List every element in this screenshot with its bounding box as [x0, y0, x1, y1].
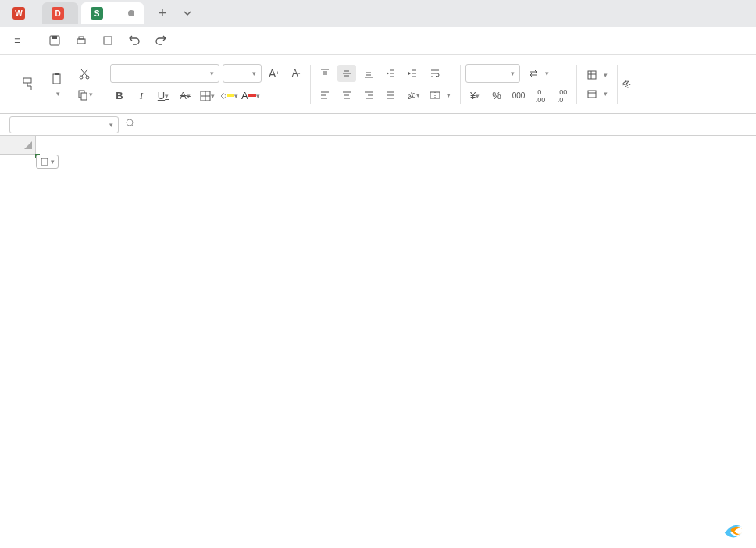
ribbon-divider	[576, 65, 577, 104]
format-painter-icon	[20, 76, 36, 91]
align-center-button[interactable]	[337, 87, 356, 104]
comma-button[interactable]: 000	[509, 87, 528, 105]
undo-button[interactable]	[127, 33, 142, 48]
svg-line-51	[132, 125, 134, 127]
paste-button[interactable]: ▾	[45, 68, 70, 101]
outdent-icon	[385, 68, 396, 79]
chevron-down-icon: ▾	[511, 69, 515, 77]
font-family-select[interactable]: ▾	[110, 64, 219, 83]
svg-rect-48	[588, 91, 596, 98]
convert-button[interactable]: ▾	[523, 66, 554, 80]
align-bottom-button[interactable]	[359, 65, 378, 82]
row-column-button[interactable]: ▾	[582, 68, 612, 82]
svg-rect-11	[81, 93, 87, 100]
app-tab-wps[interactable]: W	[3, 2, 39, 24]
undo-icon	[128, 34, 141, 47]
paste-label: ▾	[56, 88, 60, 98]
svg-point-9	[86, 76, 89, 79]
increase-indent-button[interactable]	[403, 65, 422, 82]
save-button[interactable]	[47, 33, 62, 48]
svg-point-50	[127, 119, 133, 126]
svg-rect-7	[55, 73, 59, 75]
cancel-formula-button[interactable]	[125, 118, 136, 132]
cut-button[interactable]	[75, 66, 94, 83]
italic-button[interactable]: I	[132, 87, 151, 105]
justify-button[interactable]	[381, 87, 400, 104]
align-right-button[interactable]	[359, 87, 378, 104]
number-format-select[interactable]: ▾	[465, 64, 520, 83]
bold-button[interactable]: B	[110, 87, 129, 105]
chevron-down-icon: ▾	[210, 69, 214, 77]
format-painter-button[interactable]	[16, 73, 41, 96]
svg-rect-52	[41, 158, 48, 165]
row-col-icon	[587, 69, 597, 80]
align-top-button[interactable]	[316, 65, 334, 82]
worksheet-icon	[587, 88, 597, 99]
worksheet-button[interactable]: ▾	[582, 87, 612, 101]
formula-input[interactable]	[148, 116, 747, 133]
app-tab-template[interactable]: D	[42, 2, 78, 24]
copy-button[interactable]: ▾	[75, 86, 94, 103]
svg-rect-2	[77, 39, 85, 44]
strikethrough-button[interactable]: A ▾	[176, 87, 194, 105]
tab-list-button[interactable]	[178, 4, 197, 23]
orientation-icon: ab	[405, 90, 416, 101]
redo-button[interactable]	[153, 33, 169, 48]
align-left-button[interactable]	[316, 87, 334, 104]
quick-access-toolbar: ≡	[9, 33, 169, 48]
print-button[interactable]	[73, 33, 89, 48]
clipboard-group: ▾ ▾	[9, 59, 100, 109]
align-center-icon	[341, 90, 352, 101]
wrap-icon	[430, 68, 440, 79]
align-middle-button[interactable]	[337, 65, 356, 82]
border-icon	[200, 91, 211, 101]
chevron-down-icon: ▾	[252, 69, 256, 77]
wrap-text-button[interactable]	[425, 66, 448, 80]
currency-button[interactable]: ¥ ▾	[465, 87, 484, 105]
align-top-icon	[319, 68, 330, 79]
align-left-icon	[319, 90, 330, 101]
search-icon	[125, 118, 136, 129]
chevron-down-icon	[183, 9, 192, 18]
select-all-corner[interactable]	[0, 136, 36, 155]
decrease-font-button[interactable]: A-	[287, 65, 305, 82]
bucket-icon	[219, 91, 227, 101]
ribbon-toolbar: ▾ ▾ ▾ ▾ A+ A- B I U ▾ A ▾ ▾ ▾ A▾	[0, 55, 756, 114]
svg-rect-6	[53, 74, 60, 84]
svg-point-8	[80, 76, 83, 79]
window-tab-bar: W D S +	[0, 0, 756, 27]
print-preview-button[interactable]	[100, 33, 116, 48]
merge-cells-button[interactable]: ▾	[425, 88, 455, 102]
menu-bar: ≡	[0, 27, 756, 55]
increase-font-button[interactable]: A+	[265, 65, 284, 82]
ribbon-more-label[interactable]: 冬	[622, 78, 631, 90]
convert-icon	[528, 68, 539, 79]
ribbon-divider	[105, 65, 105, 104]
font-size-select[interactable]: ▾	[223, 64, 262, 83]
orientation-button[interactable]: ab▾	[403, 87, 422, 104]
svg-rect-45	[588, 71, 596, 79]
scissors-icon	[78, 68, 91, 80]
app-tab-document[interactable]: S	[81, 2, 144, 24]
fill-color-button[interactable]: ▾	[219, 87, 238, 105]
font-color-button[interactable]: A▾	[241, 87, 260, 105]
decrease-indent-button[interactable]	[381, 65, 400, 82]
menu-button[interactable]: ≡	[9, 33, 25, 48]
decrease-decimal-button[interactable]: .00.0	[553, 87, 572, 105]
ribbon-divider	[310, 65, 311, 104]
justify-icon	[385, 90, 396, 101]
paste-options-button[interactable]: ▾	[36, 155, 59, 169]
cells-group: ▾ ▾	[582, 68, 612, 101]
increase-decimal-button[interactable]: .0.00	[531, 87, 550, 105]
border-button[interactable]: ▾	[198, 87, 216, 105]
new-tab-button[interactable]: +	[153, 4, 172, 23]
paste-icon	[50, 71, 66, 87]
svg-text:ab: ab	[405, 90, 415, 101]
watermark	[722, 518, 750, 542]
chevron-down-icon: ▾	[51, 158, 55, 165]
underline-button[interactable]: U ▾	[154, 87, 173, 105]
indent-icon	[407, 68, 418, 79]
copy-icon	[77, 88, 89, 101]
percent-button[interactable]: %	[487, 87, 506, 105]
name-box[interactable]: ▾	[9, 116, 119, 133]
